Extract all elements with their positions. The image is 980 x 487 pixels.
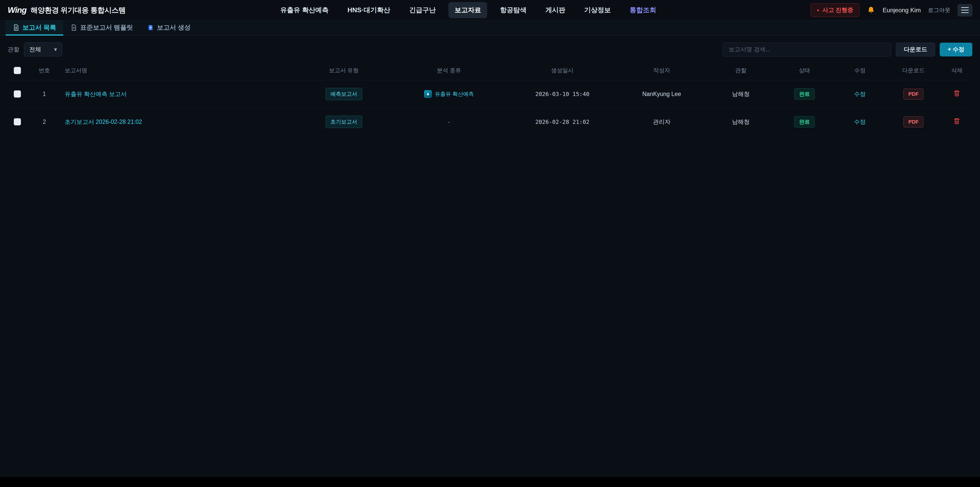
nav-item-oil-spread[interactable]: 유출유 확산예측 <box>274 2 334 18</box>
table-row: 1 유출유 확산예측 보고서 예측보고서 유출유 확산예측 2026-03-10… <box>8 80 972 108</box>
status-badge: 완료 <box>794 88 815 100</box>
main-nav: 유출유 확산예측 HNS·대기확산 긴급구난 보고자료 항공탐색 게시판 기상정… <box>274 2 662 18</box>
pdf-download-button[interactable]: PDF <box>904 89 923 100</box>
chevron-down-icon: ▾ <box>54 46 57 53</box>
nav-item-aerial-search[interactable]: 항공탐색 <box>494 2 533 18</box>
header-analysis-type: 분석 종류 <box>390 61 508 80</box>
app-root: Wing 해양환경 위기대응 통합시스템 유출유 확산예측 HNS·대기확산 긴… <box>0 0 980 477</box>
tab-standard-template[interactable]: 표준보고서 템플릿 <box>63 21 140 35</box>
report-name-link[interactable]: 유출유 확산예측 보고서 <box>65 91 127 97</box>
nav-item-reports[interactable]: 보고자료 <box>449 2 487 18</box>
template-doc-icon <box>70 24 77 31</box>
created-at: 2026-02-28 21:02 <box>535 119 590 125</box>
row-number: 1 <box>27 80 62 108</box>
top-navigation-bar: Wing 해양환경 위기대응 통합시스템 유출유 확산예측 HNS·대기확산 긴… <box>0 0 980 21</box>
edit-link[interactable]: 수정 <box>854 118 866 125</box>
download-button[interactable]: 다운로드 <box>896 43 935 56</box>
row-number: 2 <box>27 108 62 136</box>
analysis-type-cell: 유출유 확산예측 <box>424 90 474 98</box>
user-name[interactable]: Eunjeong Kim <box>883 6 921 14</box>
report-table-container: 번호 보고서명 보고서 유형 분석 종류 생성일시 작성자 관할 상태 수정 다… <box>0 61 980 136</box>
header-report-name: 보고서명 <box>62 61 298 80</box>
select-all-checkbox[interactable] <box>14 67 21 74</box>
brand-logo[interactable]: Wing 해양환경 위기대응 통합시스템 <box>8 5 126 15</box>
header-edit: 수정 <box>834 61 885 80</box>
header-report-type: 보고서 유형 <box>298 61 390 80</box>
analysis-type-label: 유출유 확산예측 <box>435 90 474 97</box>
report-name-link[interactable]: 초기보고서 2026-02-28 21:02 <box>65 118 142 125</box>
jurisdiction-select[interactable]: 전체 ▾ <box>24 42 62 56</box>
app-title: 해양환경 위기대응 통합시스템 <box>30 5 126 15</box>
row-checkbox[interactable] <box>14 118 21 125</box>
created-at: 2026-03-10 15:40 <box>535 91 590 97</box>
report-list-icon <box>13 24 19 31</box>
header-author: 작성자 <box>616 61 707 80</box>
edit-link[interactable]: 수정 <box>854 91 866 97</box>
header-jurisdiction: 관할 <box>707 61 775 80</box>
report-search-input[interactable] <box>723 43 891 56</box>
header-no: 번호 <box>27 61 62 80</box>
tab-report-create-label: 보고서 생성 <box>157 23 191 32</box>
tab-report-create[interactable]: 보고서 생성 <box>140 21 198 35</box>
delete-trash-icon[interactable] <box>953 89 960 97</box>
menu-hamburger-icon[interactable] <box>958 4 972 16</box>
status-badge: 완료 <box>794 116 815 128</box>
header-status: 상태 <box>775 61 834 80</box>
header-created-at: 생성일시 <box>508 61 616 80</box>
logo-text: Wing <box>8 5 27 15</box>
pdf-download-button[interactable]: PDF <box>904 117 923 128</box>
author: NanKyung Lee <box>616 80 707 108</box>
table-header-row: 번호 보고서명 보고서 유형 분석 종류 생성일시 작성자 관할 상태 수정 다… <box>8 61 972 80</box>
tab-standard-template-label: 표준보고서 템플릿 <box>80 23 133 32</box>
nav-item-board[interactable]: 게시판 <box>539 2 571 18</box>
jurisdiction: 남해청 <box>707 108 775 136</box>
header-download: 다운로드 <box>886 61 942 80</box>
nav-item-emergency-rescue[interactable]: 긴급구난 <box>403 2 442 18</box>
analysis-type-empty: - <box>448 118 450 125</box>
report-type-badge: 예측보고서 <box>326 88 362 100</box>
header-delete: 삭제 <box>942 61 972 80</box>
report-table: 번호 보고서명 보고서 유형 분석 종류 생성일시 작성자 관할 상태 수정 다… <box>8 61 972 136</box>
oil-spread-icon <box>424 90 432 98</box>
incident-badge-label: 사고 진행중 <box>822 6 853 14</box>
notification-bell-icon[interactable] <box>866 6 876 15</box>
incident-status-badge[interactable]: ● 사고 진행중 <box>811 3 859 17</box>
create-button[interactable]: + 수정 <box>940 43 972 56</box>
jurisdiction-filter-label: 관할 <box>8 45 19 53</box>
author: 관리자 <box>616 108 707 136</box>
tab-report-list[interactable]: 보고서 목록 <box>6 21 63 35</box>
report-type-badge: 초기보고서 <box>326 116 362 128</box>
table-row: 2 초기보고서 2026-02-28 21:02 초기보고서 - 2026-02… <box>8 108 972 136</box>
nav-item-hns-atmosphere[interactable]: HNS·대기확산 <box>342 2 396 18</box>
delete-trash-icon[interactable] <box>953 118 960 125</box>
nav-item-weather[interactable]: 기상정보 <box>578 2 617 18</box>
create-report-icon <box>147 24 154 31</box>
tab-report-list-label: 보고서 목록 <box>22 23 56 32</box>
filter-action-row: 관할 전체 ▾ 다운로드 + 수정 <box>0 36 980 61</box>
report-tab-bar: 보고서 목록 표준보고서 템플릿 보고서 생성 <box>0 21 980 36</box>
logout-button[interactable]: 로그아웃 <box>928 6 950 14</box>
nav-item-integrated-search[interactable]: 통합조회 <box>624 2 662 18</box>
jurisdiction: 남해청 <box>707 80 775 108</box>
incident-dot-icon: ● <box>817 8 819 13</box>
row-checkbox[interactable] <box>14 90 21 97</box>
topbar-right-cluster: ● 사고 진행중 Eunjeong Kim 로그아웃 <box>811 3 972 17</box>
jurisdiction-selected-value: 전체 <box>29 45 41 53</box>
